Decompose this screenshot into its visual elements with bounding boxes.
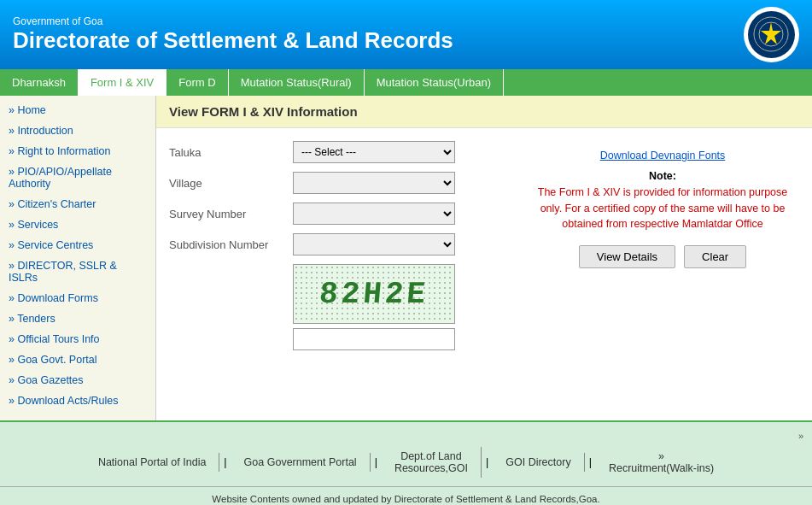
subdivision-row: Subdivision Number	[169, 233, 509, 255]
sidebar-item-gazettes[interactable]: » Goa Gazettes	[0, 370, 155, 390]
nav-form-d[interactable]: Form D	[166, 69, 228, 96]
nav-form1-xiv[interactable]: Form I & XIV	[79, 69, 166, 96]
survey-label: Survey Number	[169, 208, 293, 220]
form-area: Taluka --- Select --- Village Survey Num…	[156, 128, 812, 363]
sidebar-item-acts[interactable]: » Download Acts/Rules	[0, 390, 155, 411]
footer-link-recruitment[interactable]: »Recruitment(Walk-ins)	[596, 447, 727, 478]
note-title: Note:	[649, 170, 676, 182]
top-nav: Dharnaksh Form I & XIV Form D Mutation S…	[0, 69, 812, 96]
buttons-row: View Details Clear	[526, 245, 799, 268]
footer: » National Portal of India | Goa Governm…	[0, 420, 812, 505]
header-logo	[744, 7, 799, 62]
village-row: Village	[169, 172, 509, 194]
taluka-row: Taluka --- Select ---	[169, 141, 509, 163]
note-box: Note: The Form I & XIV is provided for i…	[526, 168, 799, 232]
sidebar-item-introduction[interactable]: » Introduction	[0, 120, 155, 141]
footer-link-national-portal[interactable]: National Portal of India	[85, 453, 219, 472]
captcha-input[interactable]	[293, 328, 455, 350]
footer-divider4: |	[585, 453, 596, 472]
footer-divider3: |	[482, 453, 493, 472]
footer-divider2: |	[371, 453, 382, 472]
form-left: Taluka --- Select --- Village Survey Num…	[169, 141, 509, 350]
captcha-image: 82H2E	[293, 264, 455, 324]
footer-top-right: »	[0, 431, 812, 443]
sidebar-item-services[interactable]: » Services	[0, 214, 155, 235]
logo-emblem	[748, 11, 795, 58]
nav-mutation-rural[interactable]: Mutation Status(Rural)	[229, 69, 365, 96]
sidebar-item-pio[interactable]: » PIO/APIO/Appellate Authority	[0, 161, 155, 194]
survey-select[interactable]	[293, 203, 455, 225]
sidebar-item-goa-portal[interactable]: » Goa Govt. Portal	[0, 349, 155, 370]
village-select[interactable]	[293, 172, 455, 194]
footer-link-goi-directory[interactable]: GOI Directory	[493, 453, 584, 472]
view-details-button[interactable]: View Details	[579, 245, 675, 268]
footer-center: Website Contents owned and updated by Di…	[0, 487, 812, 505]
sidebar-item-service-centres[interactable]: » Service Centres	[0, 235, 155, 255]
download-devnagin-link[interactable]: Download Devnagin Fonts	[526, 150, 799, 161]
main-layout: » Home » Introduction » Right to Informa…	[0, 96, 812, 420]
note-text: The Form I & XIV is provided for informa…	[538, 186, 788, 231]
footer-links: National Portal of India | Goa Governmen…	[0, 443, 812, 487]
dept-name: Directorate of Settlement & Land Records	[13, 27, 453, 54]
footer-link-goa-portal[interactable]: Goa Government Portal	[231, 453, 371, 472]
sidebar-item-director[interactable]: » DIRECTOR, SSLR & ISLRs	[0, 255, 155, 288]
survey-row: Survey Number	[169, 203, 509, 225]
sidebar-item-tenders[interactable]: » Tenders	[0, 308, 155, 329]
header-text: Government of Goa Directorate of Settlem…	[13, 15, 453, 54]
subdivision-label: Subdivision Number	[169, 238, 293, 251]
clear-button[interactable]: Clear	[684, 245, 746, 268]
footer-divider1: |	[219, 453, 231, 472]
gov-name: Government of Goa	[13, 15, 453, 27]
sidebar-item-charter[interactable]: » Citizen's Charter	[0, 194, 155, 214]
sidebar-item-rti[interactable]: » Right to Information	[0, 141, 155, 161]
sidebar-item-home[interactable]: » Home	[0, 100, 155, 120]
taluka-label: Taluka	[169, 146, 293, 159]
header: Government of Goa Directorate of Settlem…	[0, 0, 812, 69]
sidebar-item-download-forms[interactable]: » Download Forms	[0, 288, 155, 308]
sidebar-item-tours[interactable]: » Official Tours Info	[0, 329, 155, 349]
footer-line1: Website Contents owned and updated by Di…	[4, 491, 808, 505]
page-title: View FORM I & XIV Information	[156, 96, 812, 128]
content-area: View FORM I & XIV Information Taluka ---…	[156, 96, 812, 420]
subdivision-select[interactable]	[293, 233, 455, 255]
taluka-select[interactable]: --- Select ---	[293, 141, 455, 163]
footer-link-dept-land[interactable]: Dept.of LandResources,GOI	[382, 447, 482, 478]
village-label: Village	[169, 177, 293, 190]
nav-mutation-urban[interactable]: Mutation Status(Urban)	[365, 69, 504, 96]
nav-dharnaksh[interactable]: Dharnaksh	[0, 69, 79, 96]
sidebar: » Home » Introduction » Right to Informa…	[0, 96, 156, 420]
emblem-icon	[752, 15, 791, 54]
form-right: Download Devnagin Fonts Note: The Form I…	[526, 141, 799, 350]
captcha-text: 82H2E	[318, 277, 430, 312]
